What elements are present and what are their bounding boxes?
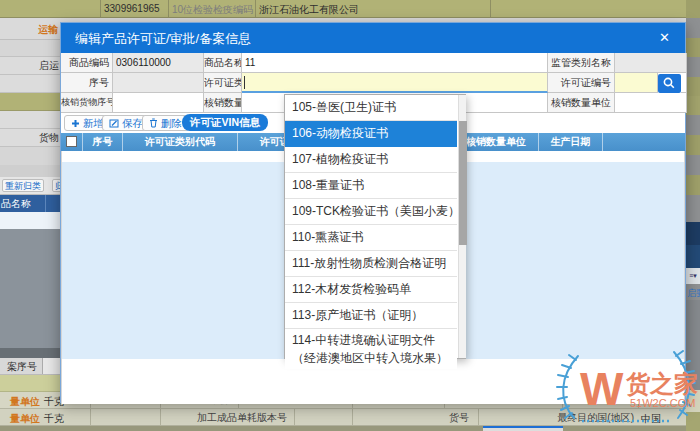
bg-reg-code: 3309961965: [104, 3, 160, 14]
dropdown-item[interactable]: 113-原产地证书（证明）: [285, 303, 457, 329]
bg-clip-text: 启要: [687, 287, 700, 300]
edit-icon: [109, 118, 119, 128]
close-icon[interactable]: ✕: [659, 30, 670, 45]
writeoff-seq-label: 核销货物序号: [61, 93, 113, 113]
license-no-label: 许可证编号: [548, 73, 615, 93]
scrollbar-thumb[interactable]: [459, 121, 467, 245]
app-screen: 3309961965 10位检验检疫编码 浙江石油化工有限公司 运输 启运 货物…: [0, 0, 700, 431]
bg-empty-panel: [0, 229, 60, 348]
bg-consumption-label: 加工成品单耗版本号: [180, 408, 290, 427]
dropdown-scrollbar[interactable]: [458, 95, 466, 358]
laurel-left-icon: [557, 355, 578, 418]
watermark-site: 51W2C.COM: [630, 397, 695, 409]
dropdown-item[interactable]: 109-TCK检验证书（美国小麦）: [285, 199, 457, 225]
product-name-field[interactable]: 11: [242, 53, 548, 73]
bg-record-no-label: 案序号: [0, 357, 40, 376]
license-type-input[interactable]: [242, 73, 548, 93]
bg-top-row: 3309961965 10位检验检疫编码 浙江石油化工有限公司: [0, 0, 700, 18]
header-checkbox-cell: [61, 133, 83, 151]
supervise-field: [615, 53, 687, 73]
plus-icon: [71, 119, 80, 128]
writeoff-unit-label: 核销数量单位: [548, 93, 615, 113]
writeoff-unit-field[interactable]: [615, 93, 687, 113]
product-code-field: 0306110000: [113, 53, 204, 73]
bg-filter-icon[interactable]: ≡▾: [686, 268, 700, 284]
search-icon: [662, 76, 676, 90]
col-prod-date[interactable]: 生产日期: [539, 133, 603, 151]
watermark-letter: W: [580, 363, 624, 415]
watermark-brand: 货之家: [625, 370, 698, 397]
modal-title-bar: 编辑产品许可证/审批/备案信息 ✕: [61, 23, 685, 53]
bg-grid-header: 品名称: [0, 195, 60, 212]
dropdown-item[interactable]: 111-放射性物质检测合格证明: [285, 251, 457, 277]
col-seq[interactable]: 序号: [83, 133, 123, 151]
dropdown-item[interactable]: 107-植物检疫证书: [285, 147, 457, 173]
dropdown-item[interactable]: 114-中转进境确认证明文件（经港澳地区中转入境水果）: [285, 329, 457, 369]
trash-icon: [149, 118, 158, 128]
text-caret: [244, 76, 245, 89]
select-all-checkbox[interactable]: [66, 136, 77, 147]
license-type-dropdown: 105-兽医(卫生)证书 106-动物检疫证书 107-植物检疫证书 108-重…: [284, 94, 466, 359]
product-name-label: 商品名称: [204, 53, 242, 73]
bg-goods-label: 货物: [0, 128, 62, 147]
dropdown-item-selected[interactable]: 106-动物检疫证书: [285, 121, 457, 147]
license-search-button[interactable]: [658, 74, 681, 93]
reclassify-button[interactable]: 重新归类: [2, 179, 44, 192]
bg-start-label: 启运: [0, 56, 62, 75]
watermark-logo: W 货之家 51W2C.COM: [552, 350, 700, 428]
bg-button-strip: 重新归类 归类: [0, 177, 60, 195]
license-type-label: 许可证类别: [204, 73, 242, 93]
dropdown-item[interactable]: 108-重量证书: [285, 173, 457, 199]
license-vin-button[interactable]: 许可证VIN信息: [182, 114, 268, 131]
bg-focused-cell: [483, 426, 563, 431]
writeoff-seq-field[interactable]: [113, 93, 204, 113]
writeoff-qty-label: 核销数量: [204, 93, 242, 113]
bg-company-name: 浙江石油化工有限公司: [259, 3, 359, 17]
col-license-type-code[interactable]: 许可证类别代码: [123, 133, 238, 151]
col-filler: [603, 133, 685, 151]
bg-itemno-label: 货号: [430, 408, 472, 427]
supervise-label: 监管类别名称: [548, 53, 615, 73]
modal-title: 编辑产品许可证/审批/备案信息: [75, 30, 251, 48]
dropdown-item[interactable]: 112-木材发货检验码单: [285, 277, 457, 303]
seq-field: [113, 73, 204, 93]
license-no-input[interactable]: [615, 73, 658, 93]
dropdown-item[interactable]: 105-兽医(卫生)证书: [285, 95, 457, 121]
dropdown-item[interactable]: 110-熏蒸证书: [285, 225, 457, 251]
bg-transport-label: 运输: [0, 23, 58, 37]
product-code-label: 商品编码: [61, 53, 113, 73]
bg-field-hint: 10位检验检疫编码: [172, 3, 253, 17]
seq-label: 序号: [61, 73, 113, 93]
